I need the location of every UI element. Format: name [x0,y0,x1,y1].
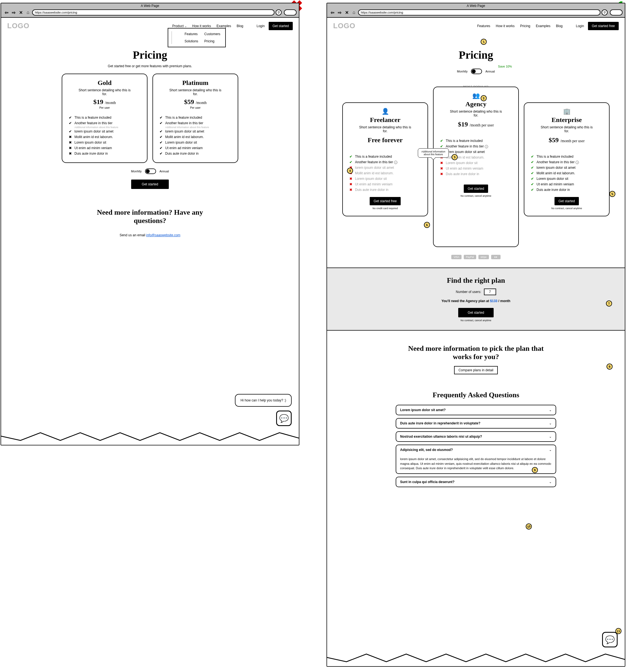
toggle-switch[interactable] [145,168,156,174]
dd-solutions[interactable]: Solutions [183,39,200,44]
plan-cta[interactable]: Get started free [370,197,401,205]
toggle-annual: Annual [160,170,169,173]
feature-item: ✖Mollit anim id est laborum. [349,170,421,176]
check-icon: ✔ [160,152,163,155]
finder-cta[interactable]: Get started [458,308,493,317]
dd-features[interactable]: Features [183,31,200,37]
feature-item: ✔Mollit anim id est laborum. [160,134,231,140]
feature-item: ✖Lorem ipsum dolor sit [440,160,512,166]
feature-item: ✖Ut enim ad minim veniam [69,145,140,151]
forward-icon[interactable]: ⇨ [10,10,17,15]
check-icon: ✔ [160,146,163,150]
chevron-down-icon: ⌄ [549,435,552,438]
nav-examples[interactable]: Examples [534,23,552,29]
feature-subtext: Additional information about this featur… [69,126,140,129]
faq-item[interactable]: Sunt in culpa qui officia deserunt?⌄ [396,477,556,487]
feature-item: ✖Mollit anim id est laborum. [440,155,512,160]
chat-prompt: Hi how can I help you today? :) [235,394,292,407]
nav-blog[interactable]: Blog [235,23,245,29]
back-icon[interactable]: ⇦ [329,10,335,15]
check-icon: ✔ [160,116,163,120]
nav-login[interactable]: Login [255,23,266,29]
toggle-monthly: Monhtly [457,70,468,73]
more-info-line: Send us an email info@saaswebsite.com [12,233,288,237]
dd-pricing[interactable]: Pricing [202,39,222,44]
building-icon: 🏢 [531,108,602,115]
plan-desc: Short sentence detailing who this is for… [539,125,594,133]
faq-item[interactable]: Nostrud exercitation ullamco laboris nis… [396,431,556,442]
logo: LOGO [7,22,30,30]
home-icon[interactable]: ⌂ [351,10,357,15]
loader-pill [284,9,297,16]
feature-item: ✖Duis aute irure dolor in [69,151,140,156]
url-bar[interactable]: https://saaswebsite.com/pricing [32,9,274,16]
feature-item: ✔lorem ipsum dolor sit amet [69,129,140,134]
feature-item: ✔Ut enim ad minim veniam [160,145,231,151]
check-icon: ✔ [69,129,72,133]
feature-item: ✔This is a feature included [349,154,421,159]
window-title: A Web Page [1,3,299,8]
main-cta[interactable]: Get started [131,179,169,189]
check-icon: ✔ [531,182,534,186]
info-tooltip: Additional information about this featur… [418,148,449,158]
chat-fab[interactable]: 💬 [602,632,618,647]
plan-price: $19 /month per user [440,121,512,128]
url-bar[interactable]: https://saaswebsite.com/pricing [358,9,600,16]
toggle-annual: Annual [485,70,495,73]
back-icon[interactable]: ⇦ [3,10,9,15]
info-icon[interactable]: i [394,161,397,164]
check-icon: ✔ [349,160,353,164]
nav-blog[interactable]: Blog [554,23,564,29]
nav-cta[interactable]: Get started free [588,22,619,30]
plan-cta[interactable]: Get started [464,185,488,193]
cross-icon: ✖ [349,182,353,186]
pay-mastercard: ●● [491,255,501,259]
check-icon: ✔ [160,129,163,133]
plan-desc: Short sentence detailing who this is for… [77,88,132,96]
plan-card-gold: Gold Short sentence detailing who this i… [62,74,147,163]
search-icon[interactable]: ⚲ [275,9,282,16]
plan-price: Free forever [349,136,421,144]
faq-item[interactable]: Duis aute irure dolor in reprehenderit i… [396,418,556,429]
search-icon[interactable]: ⚲ [602,9,608,16]
home-icon[interactable]: ⌂ [25,10,31,15]
nav-pricing[interactable]: Pricing [519,23,532,29]
top-nav: LOGO Product Features Customers Solution… [1,18,299,32]
close-icon[interactable]: ✕ [344,10,350,15]
check-icon: ✔ [531,188,534,192]
browser-chrome: A Web Page ⇦ ⇨ ✕ ⌂ https://saaswebsite.c… [1,3,299,18]
feature-item: ✔Another feature in this tier [69,120,140,126]
dd-customers[interactable]: Customers [202,31,222,37]
compare-heading: Need more information to pick the plan t… [404,344,548,361]
product-dropdown: Features Customers Solutions Pricing [168,28,226,47]
pay-paypal: PayPal [464,255,476,259]
check-icon: ✔ [531,171,534,175]
finder-result: You'll need the Agency plan at $133 / mo… [338,299,614,303]
feature-item: ✔Another feature in this tieri [531,159,602,165]
pay-visa: VISA [451,255,461,259]
plan-name: Platinum [160,79,231,87]
plan-name: Freelancer [349,116,421,124]
plan-cta[interactable]: Get started [555,197,579,205]
forward-icon[interactable]: ⇨ [336,10,342,15]
feature-item: ✖lorem ipsum dolor sit amet [349,165,421,170]
chevron-down-icon: ⌄ [549,448,552,452]
feature-item: ✖Lorem ipsum dolor sit [69,140,140,145]
info-icon[interactable]: i [485,145,488,148]
users-input[interactable] [484,289,496,295]
nav-how[interactable]: How it works [494,23,516,29]
nav-features[interactable]: Features [475,23,492,29]
toggle-switch[interactable] [471,69,482,74]
nav-login[interactable]: Login [574,23,585,29]
close-icon[interactable]: ✕ [18,10,24,15]
email-link[interactable]: info@saaswebsite.com [146,233,180,237]
faq-item[interactable]: Lorem ipsum dolor sit amet?⌄ [396,405,556,415]
feature-item: ✔This is a feature included [531,154,602,159]
plan-note: No credit card required [349,207,421,210]
info-icon[interactable]: i [576,161,579,164]
feature-item: ✔Lorem ipsum dolor sit [160,140,231,145]
chat-fab[interactable]: 💬 [276,411,292,426]
cross-icon: ✖ [349,188,353,192]
nav-cta[interactable]: Get started [269,22,293,30]
compare-button[interactable]: Compare plans in detail [454,366,498,374]
